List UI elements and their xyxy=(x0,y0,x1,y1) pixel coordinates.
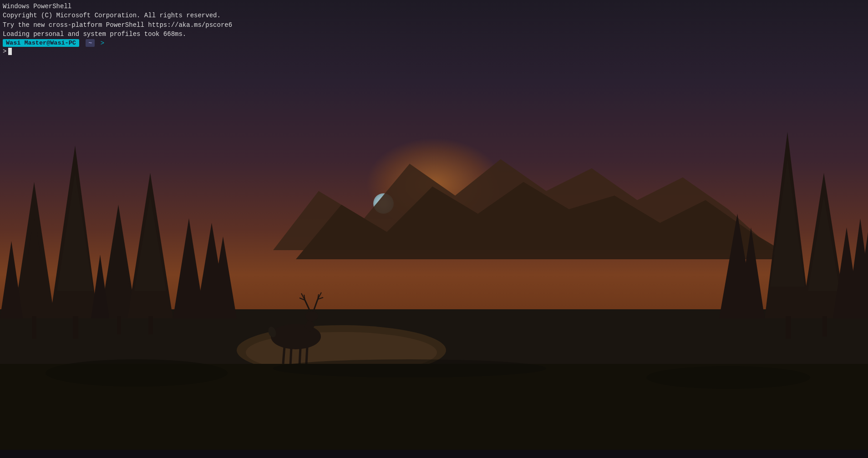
terminal-line-copyright: Copyright (C) Microsoft Corporation. All… xyxy=(3,11,865,20)
svg-line-49 xyxy=(299,348,300,365)
input-gt-symbol: > xyxy=(3,48,6,55)
svg-point-54 xyxy=(646,366,810,389)
svg-rect-28 xyxy=(822,316,827,337)
prompt-arrow xyxy=(80,40,84,47)
svg-line-47 xyxy=(283,347,284,364)
prompt-chevron: > xyxy=(96,40,104,47)
terminal-line-title: Windows PowerShell xyxy=(3,2,865,11)
svg-rect-8 xyxy=(32,316,36,339)
svg-marker-17 xyxy=(134,196,166,291)
terminal-window: Windows PowerShell Copyright (C) Microso… xyxy=(0,0,868,55)
terminal-line-pscore: Try the new cross-platform PowerShell ht… xyxy=(3,20,865,30)
terminal-line-loading: Loading personal and system profiles too… xyxy=(3,30,865,39)
prompt-tilde-badge: ~ xyxy=(86,39,95,47)
svg-rect-15 xyxy=(117,316,121,334)
scene-svg xyxy=(0,0,868,458)
svg-marker-27 xyxy=(808,196,840,291)
svg-marker-19 xyxy=(0,241,23,318)
svg-point-55 xyxy=(273,359,546,377)
taskbar xyxy=(0,450,868,458)
svg-line-50 xyxy=(306,347,307,364)
terminal-input-line[interactable]: > xyxy=(3,48,865,55)
svg-line-48 xyxy=(290,348,291,365)
terminal-prompt: Wasi Master@Wasi-PC ~ > xyxy=(3,39,865,47)
svg-rect-12 xyxy=(73,316,78,339)
prompt-user-badge: Wasi Master@Wasi-PC xyxy=(3,39,79,47)
svg-rect-18 xyxy=(148,316,153,334)
svg-point-38 xyxy=(305,311,318,321)
svg-point-53 xyxy=(46,359,228,387)
cursor xyxy=(8,48,12,55)
background-scene xyxy=(0,0,868,458)
svg-rect-25 xyxy=(786,316,791,339)
svg-point-36 xyxy=(271,324,321,349)
